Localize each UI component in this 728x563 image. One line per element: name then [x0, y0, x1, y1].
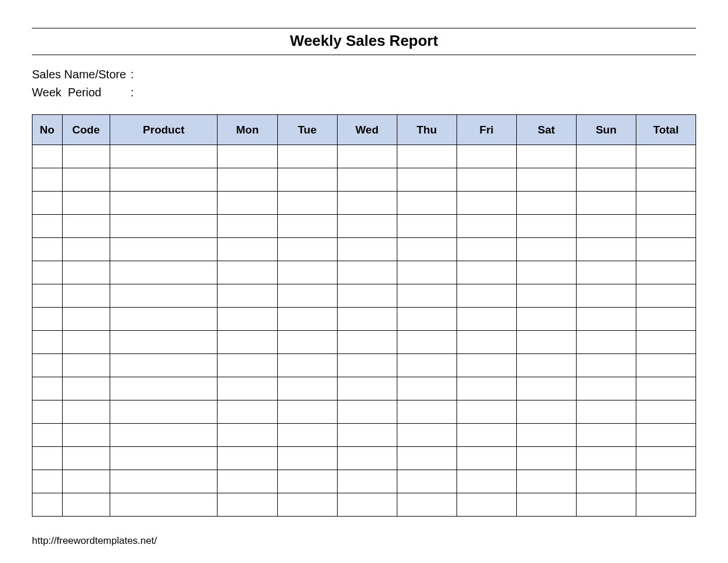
- cell-total: [636, 192, 696, 215]
- cell-total: [636, 145, 696, 168]
- cell-mon: [218, 400, 277, 424]
- cell-total: [636, 238, 696, 261]
- cell-fri: [457, 215, 516, 238]
- cell-fri: [457, 400, 516, 424]
- cell-product: [110, 493, 218, 517]
- cell-thu: [397, 447, 457, 470]
- cell-total: [636, 215, 696, 238]
- cell-no: [32, 215, 63, 238]
- table-row: [32, 192, 696, 215]
- table-row: [32, 377, 696, 400]
- cell-mon: [218, 261, 277, 284]
- cell-sun: [576, 424, 636, 447]
- cell-product: [110, 215, 218, 238]
- cell-total: [636, 331, 696, 354]
- sales-table: No Code Product Mon Tue Wed Thu Fri Sat …: [32, 114, 696, 517]
- cell-product: [110, 168, 218, 192]
- cell-fri: [457, 470, 516, 493]
- cell-mon: [218, 354, 277, 377]
- cell-total: [636, 261, 696, 284]
- cell-wed: [337, 493, 397, 517]
- cell-product: [110, 331, 218, 354]
- cell-no: [32, 354, 63, 377]
- cell-sun: [576, 238, 636, 261]
- cell-sat: [516, 192, 576, 215]
- cell-no: [32, 192, 63, 215]
- cell-code: [62, 424, 110, 447]
- cell-mon: [218, 215, 277, 238]
- cell-no: [32, 470, 63, 493]
- cell-fri: [457, 331, 516, 354]
- cell-sun: [576, 192, 636, 215]
- cell-mon: [218, 168, 277, 192]
- cell-wed: [337, 192, 397, 215]
- cell-no: [32, 424, 63, 447]
- cell-code: [62, 192, 110, 215]
- cell-wed: [337, 308, 397, 331]
- col-header-code: Code: [62, 115, 110, 145]
- cell-thu: [397, 354, 457, 377]
- cell-mon: [218, 145, 277, 168]
- cell-sat: [516, 215, 576, 238]
- cell-tue: [277, 192, 337, 215]
- cell-tue: [277, 400, 337, 424]
- cell-total: [636, 470, 696, 493]
- cell-total: [636, 308, 696, 331]
- cell-code: [62, 470, 110, 493]
- cell-wed: [337, 354, 397, 377]
- cell-sun: [576, 215, 636, 238]
- cell-product: [110, 284, 218, 308]
- cell-thu: [397, 284, 457, 308]
- cell-sun: [576, 331, 636, 354]
- table-row: [32, 168, 696, 192]
- title-bar: Weekly Sales Report: [32, 28, 696, 55]
- table-row: [32, 261, 696, 284]
- cell-no: [32, 261, 63, 284]
- cell-sat: [516, 493, 576, 517]
- cell-mon: [218, 493, 277, 517]
- cell-no: [32, 238, 63, 261]
- cell-tue: [277, 493, 337, 517]
- table-row: [32, 145, 696, 168]
- week-period-label: Week Period: [32, 84, 131, 102]
- cell-product: [110, 308, 218, 331]
- colon: :: [131, 84, 137, 102]
- cell-wed: [337, 145, 397, 168]
- cell-code: [62, 284, 110, 308]
- col-header-thu: Thu: [397, 115, 457, 145]
- cell-product: [110, 354, 218, 377]
- cell-code: [62, 447, 110, 470]
- cell-total: [636, 493, 696, 517]
- cell-code: [62, 308, 110, 331]
- cell-wed: [337, 168, 397, 192]
- cell-code: [62, 238, 110, 261]
- cell-sun: [576, 377, 636, 400]
- cell-sat: [516, 354, 576, 377]
- cell-sat: [516, 377, 576, 400]
- cell-wed: [337, 284, 397, 308]
- cell-product: [110, 400, 218, 424]
- cell-sun: [576, 493, 636, 517]
- cell-mon: [218, 284, 277, 308]
- cell-mon: [218, 238, 277, 261]
- cell-sat: [516, 145, 576, 168]
- footer-url: http://freewordtemplates.net/: [32, 535, 157, 547]
- cell-fri: [457, 192, 516, 215]
- cell-total: [636, 354, 696, 377]
- cell-total: [636, 447, 696, 470]
- cell-sat: [516, 168, 576, 192]
- cell-wed: [337, 261, 397, 284]
- cell-tue: [277, 308, 337, 331]
- table-row: [32, 215, 696, 238]
- cell-no: [32, 400, 63, 424]
- cell-mon: [218, 308, 277, 331]
- cell-mon: [218, 331, 277, 354]
- cell-fri: [457, 354, 516, 377]
- cell-product: [110, 145, 218, 168]
- cell-thu: [397, 145, 457, 168]
- meta-week-period: Week Period :: [32, 84, 696, 102]
- cell-mon: [218, 424, 277, 447]
- table-row: [32, 238, 696, 261]
- cell-product: [110, 447, 218, 470]
- cell-thu: [397, 424, 457, 447]
